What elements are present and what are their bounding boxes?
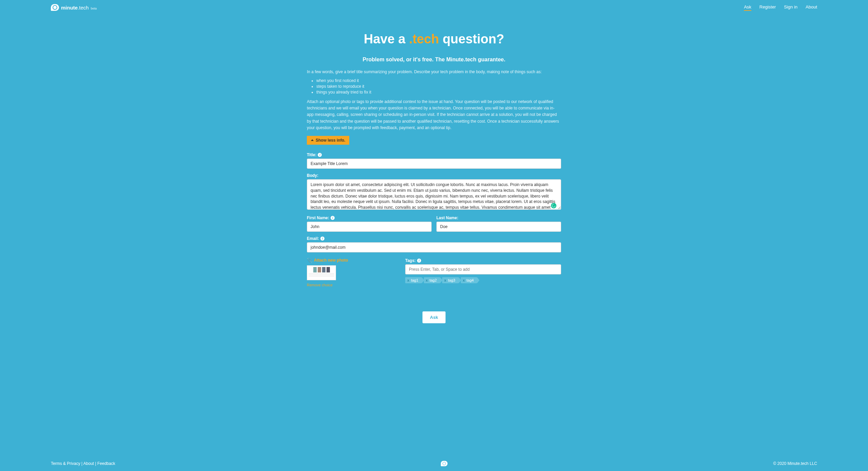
- top-nav: Ask Register Sign in About: [744, 4, 817, 11]
- last-name-field: Last Name:: [436, 214, 561, 232]
- tags-label: Tags: i: [405, 258, 421, 263]
- email-input[interactable]: [307, 242, 561, 252]
- tag-list: xtag1 xtag2 xtag3 xtag4: [405, 277, 561, 283]
- attach-label-text: Attach new photo: [314, 258, 348, 263]
- logo[interactable]: minute.tech beta: [51, 4, 97, 11]
- tags-column: Tags: i xtag1 xtag2 xtag3 xtag4: [405, 257, 561, 288]
- guarantee-text: Problem solved, or it's free. The Minute…: [307, 57, 561, 63]
- logo-main: minute: [61, 5, 78, 11]
- label-text: Tags:: [405, 258, 416, 263]
- tag-remove-icon[interactable]: x: [463, 278, 465, 282]
- email-field: Email: i: [307, 235, 561, 252]
- logo-text: minute.tech: [61, 5, 89, 11]
- last-name-label: Last Name:: [436, 216, 458, 220]
- submit-row: Ask: [307, 311, 561, 323]
- hint-list: when you first noticed it steps taken to…: [316, 78, 561, 95]
- show-less-button[interactable]: Show less info.: [307, 136, 349, 145]
- title-post: question?: [439, 32, 504, 46]
- first-name-label: First Name: i: [307, 216, 335, 220]
- sep: |: [80, 461, 83, 466]
- photo-thumbnail[interactable]: [307, 265, 336, 280]
- tag-remove-icon[interactable]: x: [444, 278, 446, 282]
- paperclip-icon: 📎: [307, 258, 312, 263]
- body-field: Body:: [307, 172, 561, 211]
- grammarly-icon[interactable]: [551, 203, 556, 208]
- email-label: Email: i: [307, 236, 324, 241]
- nav-signin[interactable]: Sign in: [784, 4, 797, 11]
- intro-text: In a few words, give a brief title summa…: [307, 69, 561, 75]
- beta-badge: beta: [91, 7, 97, 10]
- title-field: Title: i: [307, 151, 561, 169]
- tag-chip[interactable]: xtag3: [442, 277, 459, 283]
- tag-text: tag1: [411, 278, 418, 282]
- label-text: First Name:: [307, 216, 329, 220]
- ask-button[interactable]: Ask: [422, 311, 446, 323]
- footer-about-link[interactable]: About: [83, 461, 94, 466]
- tag-chip[interactable]: xtag4: [461, 277, 477, 283]
- attach-tags-row: 📎 Attach new photo Remove choice Tags: i…: [307, 257, 561, 288]
- footer-logo-icon: [441, 461, 448, 466]
- tag-chip[interactable]: xtag2: [424, 277, 440, 283]
- title-accent: .tech: [409, 32, 439, 46]
- logo-sub: .tech: [78, 5, 89, 11]
- info-icon[interactable]: i: [417, 259, 421, 263]
- tag-remove-icon[interactable]: x: [426, 278, 428, 282]
- info-icon[interactable]: i: [320, 237, 324, 241]
- footer: Terms & Privacy | About | Feedback © 202…: [0, 456, 868, 471]
- page-title: Have a .tech question?: [307, 32, 561, 46]
- hint-item: when you first noticed it: [316, 78, 561, 83]
- first-name-input[interactable]: [307, 222, 432, 232]
- nav-register[interactable]: Register: [760, 4, 776, 11]
- tag-text: tag3: [448, 278, 455, 282]
- description-text: Attach an optional photo or tags to prov…: [307, 99, 561, 131]
- tags-input[interactable]: [405, 264, 561, 274]
- main-content: Have a .tech question? Problem solved, o…: [307, 15, 561, 456]
- footer-copyright: © 2020 Minute.tech LLC: [773, 461, 817, 466]
- footer-terms-link[interactable]: Terms & Privacy: [51, 461, 80, 466]
- chevron-up-icon: [311, 139, 314, 141]
- attach-column: 📎 Attach new photo Remove choice: [307, 257, 392, 288]
- footer-left: Terms & Privacy | About | Feedback: [51, 461, 115, 466]
- label-text: Email:: [307, 236, 319, 241]
- tag-chip[interactable]: xtag1: [405, 277, 422, 283]
- tag-text: tag4: [467, 278, 474, 282]
- hint-item: steps taken to reproduce it: [316, 84, 561, 89]
- title-input[interactable]: [307, 159, 561, 169]
- body-textarea[interactable]: [307, 179, 561, 210]
- toggle-label: Show less info.: [316, 138, 345, 143]
- nav-about[interactable]: About: [806, 4, 817, 11]
- tag-text: tag2: [430, 278, 437, 282]
- label-text: Title:: [307, 152, 316, 157]
- body-label: Body:: [307, 173, 318, 178]
- top-header: minute.tech beta Ask Register Sign in Ab…: [0, 0, 868, 15]
- title-pre: Have a: [364, 32, 409, 46]
- info-icon[interactable]: i: [318, 153, 322, 157]
- sep: |: [94, 461, 97, 466]
- attach-photo-button[interactable]: 📎 Attach new photo: [307, 258, 348, 263]
- footer-feedback-link[interactable]: Feedback: [97, 461, 115, 466]
- nav-ask[interactable]: Ask: [744, 4, 751, 11]
- last-name-input[interactable]: [436, 222, 561, 232]
- title-label: Title: i: [307, 152, 322, 157]
- remove-choice-link[interactable]: Remove choice: [307, 283, 333, 287]
- hint-item: things you already tried to fix it: [316, 90, 561, 95]
- tag-remove-icon[interactable]: x: [407, 278, 409, 282]
- info-icon[interactable]: i: [331, 216, 335, 220]
- first-name-field: First Name: i: [307, 214, 432, 232]
- logo-icon: [51, 4, 59, 11]
